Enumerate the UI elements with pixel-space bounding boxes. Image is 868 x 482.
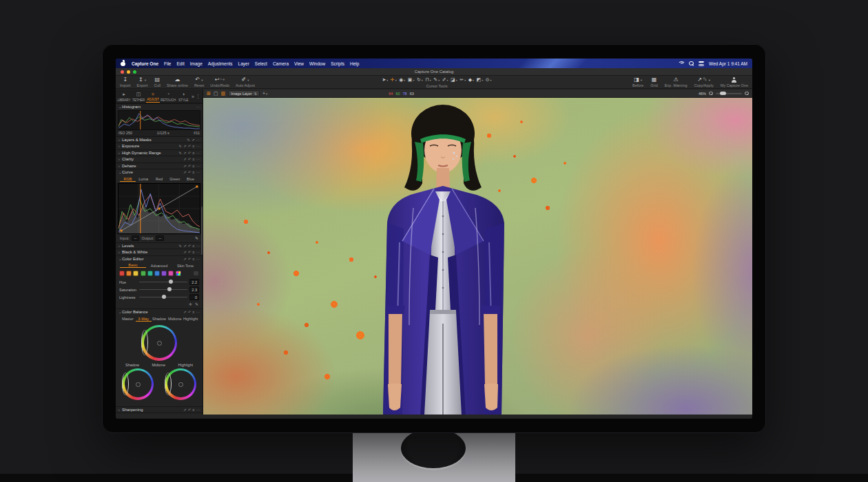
menu-window[interactable]: Window xyxy=(309,61,325,66)
zoom-slider[interactable] xyxy=(716,93,742,94)
copy-icon[interactable]: ↗ xyxy=(183,151,186,155)
keystone-tool-icon[interactable]: ⊓▾ xyxy=(425,77,431,83)
menu-capture-one[interactable]: Capture One xyxy=(132,61,158,66)
single-view-icon[interactable]: ▢ xyxy=(214,91,218,96)
grid-button[interactable]: ▦ Grid xyxy=(650,76,657,88)
lightness-arc[interactable] xyxy=(165,373,172,395)
copy-icon[interactable]: ↗ xyxy=(183,157,186,161)
reset-icon[interactable]: ↶ xyxy=(188,144,191,148)
presets-icon[interactable]: ≡ xyxy=(193,310,195,314)
menu-camera[interactable]: Camera xyxy=(273,61,289,66)
presets-icon[interactable]: ≡ xyxy=(193,250,195,254)
more-icon[interactable]: ⋯ xyxy=(196,164,200,168)
swatch-orange[interactable] xyxy=(126,271,132,276)
hdr-panel-header[interactable]: › High Dynamic Range ✎↗↶≡⋯ xyxy=(116,149,203,156)
cb-tab-master[interactable]: Master xyxy=(120,316,136,321)
curve-tab-red[interactable]: Red xyxy=(152,176,167,181)
curve-tab-green[interactable]: Green xyxy=(167,176,183,181)
layers-masks-panel-header[interactable]: › Layers & Masks ✎↗⋯ xyxy=(116,136,203,143)
erase-mask-tool-icon[interactable]: ◪▾ xyxy=(451,77,457,83)
pan-tool-icon[interactable]: ✛▾ xyxy=(391,77,397,83)
menu-file[interactable]: File xyxy=(164,61,171,66)
multi-view-icon[interactable]: ⊞ xyxy=(207,91,211,96)
more-icon[interactable]: ⋯ xyxy=(196,157,200,161)
select-tool-icon[interactable]: ➤▾ xyxy=(382,77,388,83)
pencil-icon[interactable]: ✎ xyxy=(178,144,181,148)
swatch-magenta[interactable] xyxy=(168,271,174,276)
swatch-blue[interactable] xyxy=(154,271,160,276)
swatch-all-colors[interactable] xyxy=(176,271,181,276)
lightness-arc[interactable] xyxy=(141,330,148,355)
presets-icon[interactable]: ≡ xyxy=(193,170,195,174)
edit-color-icon[interactable]: ✎ xyxy=(195,302,198,306)
presets-icon[interactable]: ≡ xyxy=(193,244,195,248)
hue-value[interactable]: 2.2 xyxy=(189,279,199,285)
layer-selector[interactable]: Image Layer ⇅ xyxy=(228,90,260,96)
spotlight-search-icon[interactable] xyxy=(689,61,694,66)
lightness-value[interactable]: 0 xyxy=(189,294,199,300)
midtone-color-wheel[interactable] xyxy=(141,325,177,361)
more-icon[interactable]: ⋯ xyxy=(196,244,200,248)
wifi-icon[interactable] xyxy=(678,61,684,66)
copy-icon[interactable]: ↗ xyxy=(183,310,186,314)
ce-tab-advanced[interactable]: Advanced xyxy=(146,263,172,268)
menu-help[interactable]: Help xyxy=(350,61,359,66)
more-icon[interactable]: ⋯ xyxy=(196,257,200,261)
cb-tab-highlight[interactable]: Highlight xyxy=(183,316,198,321)
reset-icon[interactable]: ↶ xyxy=(188,257,191,261)
import-button[interactable]: ↧ Import xyxy=(120,76,131,88)
presets-icon[interactable]: ≡ xyxy=(193,414,195,415)
zoom-out-icon[interactable] xyxy=(709,92,713,96)
cb-tab-3way[interactable]: 3-Way xyxy=(136,316,152,322)
more-icon[interactable]: ⋯ xyxy=(196,170,200,174)
heal-tool-icon[interactable]: ✏▾ xyxy=(459,77,466,83)
curve-output-field[interactable]: -- xyxy=(156,235,164,241)
color-editor-panel-header[interactable]: ⌄ Color Editor ↗↶≡⋯ xyxy=(116,255,203,262)
more-icon[interactable]: ⋯ xyxy=(196,414,200,415)
zoom-in-icon[interactable] xyxy=(745,92,749,96)
presets-icon[interactable]: ≡ xyxy=(193,408,195,412)
menu-image[interactable]: Image xyxy=(190,61,203,66)
sharpening-panel-header[interactable]: › Sharpening ↗↶≡⋯ xyxy=(116,406,203,413)
zoom-slider-handle[interactable] xyxy=(720,92,726,96)
crop-tool-icon[interactable]: ▣▾ xyxy=(408,77,415,83)
reset-icon[interactable]: ↶ xyxy=(188,414,191,415)
copy-icon[interactable]: ↗ xyxy=(183,408,186,412)
curve-panel-header[interactable]: ⌄ Curve ↗↶≡⋯ xyxy=(116,169,203,176)
curve-input-field[interactable]: -- xyxy=(132,235,140,241)
pencil-icon[interactable]: ✎ xyxy=(178,244,181,248)
window-titlebar[interactable]: Capture One Catalog xyxy=(116,68,752,76)
loupe-tool-icon[interactable]: ◉▾ xyxy=(399,77,405,83)
more-icon[interactable]: ⋯ xyxy=(196,310,200,314)
menu-adjustments[interactable]: Adjustments xyxy=(208,61,233,66)
black-white-panel-header[interactable]: › Black & White ↗↶≡⋯ xyxy=(116,249,203,255)
cb-tab-shadow[interactable]: Shadow xyxy=(152,316,167,321)
copy-icon[interactable]: ↗ xyxy=(183,170,186,174)
menu-layer[interactable]: Layer xyxy=(238,61,249,66)
lightness-arc[interactable] xyxy=(122,373,129,395)
curve-tab-rgb[interactable]: RGB xyxy=(120,176,136,182)
copy-icon[interactable]: ↗ xyxy=(183,164,186,168)
swatch-purple[interactable] xyxy=(161,271,167,276)
apple-menu-icon[interactable] xyxy=(121,61,125,66)
before-button[interactable]: ◨▾ Before xyxy=(632,76,643,88)
clone-tool-icon[interactable]: ◆▾ xyxy=(468,77,474,83)
rotate-tool-icon[interactable]: ↻▾ xyxy=(417,77,423,83)
swatch-yellow[interactable] xyxy=(133,271,138,276)
tab-options-icon[interactable]: ⋮ xyxy=(196,94,200,99)
swatch-options-button[interactable] xyxy=(193,271,199,276)
pick-color-tool-icon[interactable]: ✎▾ xyxy=(433,77,440,83)
more-tabs-icon[interactable]: » xyxy=(192,94,194,99)
radial-mask-tool-icon[interactable]: ⊙▾ xyxy=(486,77,492,83)
noise-reduction-panel-header[interactable]: › Noise Reduction ↗↶≡⋯ xyxy=(116,412,203,415)
my-capture-one-button[interactable]: My Capture One xyxy=(721,76,748,88)
menu-select[interactable]: Select xyxy=(255,61,267,66)
ce-tab-basic[interactable]: Basic xyxy=(120,262,146,268)
copy-apply-button[interactable]: ↗✎▾ Copy/Apply xyxy=(694,76,714,88)
gradient-mask-tool-icon[interactable]: ◩▾ xyxy=(477,77,484,83)
swatch-red[interactable] xyxy=(119,271,125,276)
pencil-icon[interactable]: ✎ xyxy=(187,138,190,142)
dehaze-panel-header[interactable]: › Dehaze ↗↶≡⋯ xyxy=(116,163,203,169)
menu-edit[interactable]: Edit xyxy=(177,61,185,66)
more-icon[interactable]: ⋯ xyxy=(196,144,200,148)
